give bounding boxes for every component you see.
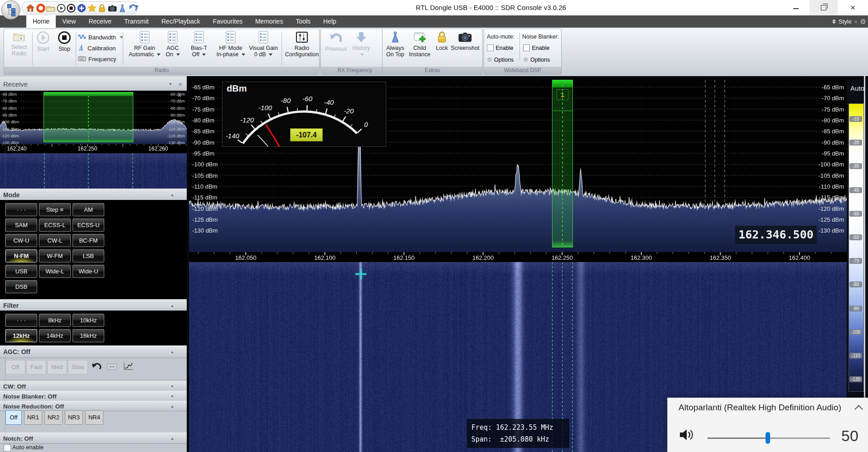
- mode-button-widel[interactable]: Wide-L: [39, 265, 71, 278]
- style-selector[interactable]: Style ∨ ⚙: [832, 15, 866, 28]
- gear-icon[interactable]: ⚙: [860, 18, 866, 26]
- filter-button-10khz[interactable]: 10kHz: [73, 314, 104, 327]
- noise-blanker-options-button[interactable]: ⚙ Options: [523, 55, 550, 63]
- mode-button-wideu[interactable]: Wide-U: [73, 265, 104, 278]
- intensity-gradient-bar[interactable]: [849, 103, 864, 392]
- mode-button-dsb[interactable]: DSB: [5, 280, 37, 293]
- agc-button-off[interactable]: Off: [5, 360, 25, 374]
- app-menu-button[interactable]: [1, 0, 20, 19]
- mode-section-header[interactable]: Mode▲: [0, 189, 187, 201]
- nr-button-nr2[interactable]: NR2: [44, 410, 63, 425]
- nr-button-nr4[interactable]: NR4: [85, 410, 103, 425]
- filter-button-16khz[interactable]: 16kHz: [73, 329, 104, 342]
- stop-button[interactable]: Stop: [55, 31, 74, 52]
- mini-passband-selection[interactable]: [44, 92, 133, 142]
- tab-help[interactable]: Help: [317, 15, 343, 28]
- notch-auto-enable-checkbox[interactable]: Auto enable: [4, 444, 44, 452]
- history-button[interactable]: History: [350, 31, 373, 58]
- favourite-icon[interactable]: [87, 3, 97, 13]
- mini-waterfall-canvas[interactable]: [0, 153, 187, 189]
- minimize-button[interactable]: [782, 0, 810, 15]
- mode-button-am[interactable]: AM: [73, 203, 104, 216]
- volume-slider-thumb[interactable]: [766, 432, 770, 444]
- tab-receive[interactable]: Receive: [82, 15, 118, 28]
- tab-view[interactable]: View: [56, 15, 82, 28]
- mode-button-cwu[interactable]: CW-U: [5, 234, 37, 247]
- select-radio-button[interactable]: SelectRadio: [7, 31, 31, 57]
- child-instance-button[interactable]: ChildInstance: [407, 31, 432, 58]
- tab-home[interactable]: Home: [26, 15, 56, 28]
- agc-chart-icon[interactable]: [123, 362, 133, 372]
- spectrum-db-label-right: -100 dBm: [808, 161, 844, 167]
- agc-button-fast[interactable]: Fast: [26, 360, 46, 374]
- always-on-top-button[interactable]: AlwaysOn Top: [384, 31, 406, 58]
- close-button[interactable]: ×: [838, 0, 868, 15]
- nr-button-nr1[interactable]: NR1: [24, 410, 42, 425]
- agc-section-header[interactable]: AGC: Off▲: [0, 345, 187, 358]
- maximize-button[interactable]: [810, 0, 838, 15]
- add-icon[interactable]: [77, 3, 87, 13]
- mode-button-cwl[interactable]: CW-L: [39, 234, 71, 247]
- noise-blanker-section-header[interactable]: Noise Blanker: Off▼: [0, 391, 187, 402]
- mode-button-sam[interactable]: SAM: [5, 219, 37, 232]
- mode-button-step[interactable]: Step ≡: [39, 203, 71, 216]
- panel-menu-icon[interactable]: ▼: [169, 82, 172, 86]
- nr-button-nr3[interactable]: NR3: [65, 410, 83, 425]
- mode-button-lsb[interactable]: LSB: [73, 249, 104, 262]
- filter-button-[interactable]: · · ·: [5, 314, 37, 327]
- quick-access-overflow-icon[interactable]: ▾: [136, 4, 138, 9]
- camera-icon[interactable]: [107, 3, 117, 13]
- mode-button-[interactable]: · · ·: [5, 203, 37, 216]
- filter-button-14khz[interactable]: 14kHz: [39, 329, 71, 342]
- mode-button-usb[interactable]: USB: [5, 265, 37, 278]
- mode-button-bcfm[interactable]: BC-FM: [73, 234, 104, 247]
- mode-button-nfm[interactable]: N-FM: [5, 249, 37, 262]
- previous-button[interactable]: Previous: [323, 31, 349, 52]
- chevron-up-icon[interactable]: [854, 405, 863, 413]
- mode-button-ecssl[interactable]: ECSS-L: [39, 219, 71, 232]
- keyboard-icon: [78, 55, 86, 63]
- auto-mute-options-button[interactable]: ⚙ Options: [487, 55, 514, 63]
- agc-scheme-icon[interactable]: [107, 363, 117, 372]
- agc-button-med[interactable]: Med: [47, 360, 67, 374]
- frequency-axis-canvas[interactable]: [189, 252, 847, 262]
- remote-icon[interactable]: [118, 3, 127, 13]
- noise-blanker-enable-checkbox[interactable]: Enable: [523, 44, 549, 52]
- speaker-icon[interactable]: [679, 427, 696, 444]
- mode-button-wfm[interactable]: W-FM: [39, 249, 71, 262]
- record-icon[interactable]: [67, 3, 76, 13]
- filter-button-8khz[interactable]: 8kHz: [39, 314, 71, 327]
- tab-memories[interactable]: Memories: [249, 15, 289, 28]
- cw-section-header[interactable]: CW: Off▼: [0, 381, 187, 392]
- mode-button-ecssu[interactable]: ECSS-U: [73, 219, 104, 232]
- screenshot-button[interactable]: Screenshot: [450, 31, 480, 51]
- rx-passband-marker[interactable]: 1: [552, 80, 573, 248]
- noise-reduction-section-header[interactable]: Noise Reduction: Off▲: [0, 401, 187, 411]
- lock-button[interactable]: Lock: [433, 31, 451, 51]
- start-button[interactable]: Start: [34, 31, 52, 52]
- radio-configuration-button[interactable]: RadioConfiguration: [284, 31, 320, 58]
- lock-icon[interactable]: [97, 3, 107, 13]
- agc-button-slow[interactable]: Slow: [68, 360, 88, 374]
- tab-transmit[interactable]: Transmit: [118, 15, 155, 28]
- agc-undo-icon[interactable]: [91, 361, 102, 373]
- tab-favourites[interactable]: Favourites: [207, 15, 249, 28]
- filter-section-header[interactable]: Filter▲: [0, 299, 187, 311]
- filter-button-12khz[interactable]: 12kHz: [5, 329, 37, 342]
- tab-tools[interactable]: Tools: [289, 15, 317, 28]
- notch-section-header[interactable]: Notch: Off▲: [0, 433, 187, 444]
- visual-gain-button[interactable]: Visual Gain0 dB: [243, 31, 284, 58]
- spectrum-db-label-left: -80 dBm: [192, 117, 214, 123]
- home-icon[interactable]: [26, 3, 35, 13]
- nr-button-off[interactable]: Off: [5, 410, 22, 425]
- play-icon[interactable]: [57, 3, 66, 13]
- auto-mute-enable-checkbox[interactable]: Enable: [487, 44, 513, 52]
- open-folder-icon[interactable]: [46, 3, 56, 13]
- calibration-button[interactable]: Calibration: [78, 44, 116, 53]
- panel-close-icon[interactable]: ×: [178, 80, 182, 88]
- tab-rec-playback[interactable]: Rec/Playback: [155, 15, 207, 28]
- life-ring-icon[interactable]: [36, 3, 46, 13]
- scroll-up-icon[interactable]: ∧: [178, 92, 181, 98]
- frequency-button[interactable]: Frequency: [78, 54, 116, 63]
- bandwidth-button[interactable]: Bandwidth: [78, 33, 123, 42]
